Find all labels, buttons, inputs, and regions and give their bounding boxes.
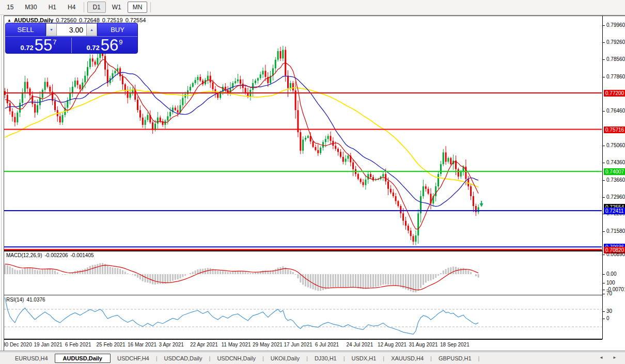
panel-separator[interactable]	[4, 295, 602, 295]
chart-tab-USDCNH,Daily[interactable]: USDCNH,Daily	[210, 354, 262, 362]
chart-window-frame	[4, 15, 625, 351]
buy-price-digits: 56	[101, 38, 118, 53]
moving-averages-layer	[5, 59, 479, 229]
date-label: 29 May 2021	[253, 342, 283, 347]
date-axis[interactable]: 30 Dec 202019 Jan 20216 Feb 202125 Feb 2…	[4, 340, 602, 351]
price-line-label[interactable]: 0.74007	[604, 168, 625, 175]
timeframe-button-H1[interactable]: H1	[43, 2, 61, 13]
macd-main-value: -0.002206	[44, 252, 68, 258]
macd-scale-label: 0.008904	[603, 251, 625, 258]
date-label: 11 May 2021	[222, 342, 251, 347]
price-tick: 0.77860	[603, 74, 625, 80]
macd-panel-layer	[5, 263, 479, 292]
toolbar-separator	[84, 2, 84, 12]
candles-layer	[4, 46, 479, 246]
date-label: 3 Apr 2021	[159, 342, 184, 347]
chart-tab-GBPUSD,H1[interactable]: GBPUSD,H1	[432, 354, 478, 362]
sell-button[interactable]: SELL	[6, 23, 45, 36]
rsi-scale-label: 70	[603, 291, 612, 297]
window-frame-line	[1, 15, 2, 351]
price-tick: 0.75060	[603, 143, 625, 149]
rsi-value: 41.0376	[26, 297, 45, 303]
window-bottom-border	[0, 351, 625, 351]
rsi-panel-layer	[4, 297, 602, 334]
sell-trade-arrow-icon	[480, 203, 483, 207]
ma-7	[5, 59, 479, 229]
tab-separator: |	[478, 355, 480, 361]
sell-price-pip: 7	[53, 38, 56, 46]
tab-scroll-arrows[interactable]: ◄ ►	[599, 355, 621, 360]
toolbar-separator	[150, 2, 151, 12]
macd-signal-line	[5, 264, 479, 290]
volume-control: ▼ 3.00 ▲	[45, 23, 98, 36]
timeframe-button-W1[interactable]: W1	[107, 2, 127, 13]
buy-button[interactable]: BUY	[98, 23, 137, 36]
date-label: 17 Jun 2021	[284, 342, 312, 347]
date-label: 19 Jan 2021	[34, 342, 62, 347]
timeframe-button-M30[interactable]: M30	[20, 2, 42, 13]
trade-arrow-stem	[481, 201, 482, 203]
date-label: 22 Apr 2021	[190, 342, 218, 347]
date-label: 30 Dec 2020	[4, 342, 32, 347]
sell-price-display[interactable]: 0.72557	[6, 37, 71, 54]
date-label: 16 Mar 2021	[128, 342, 157, 347]
rsi-scale-label: 30	[603, 308, 612, 314]
price-chart-canvas[interactable]	[0, 0, 625, 364]
date-label: 25 Feb 2021	[97, 342, 126, 347]
macd-name: MACD(12,26,9)	[6, 252, 42, 258]
rsi-name: RSI(14)	[6, 297, 24, 303]
volume-increase-button[interactable]: ▲	[86, 23, 97, 36]
date-label: 12 Aug 2021	[378, 342, 407, 347]
date-label: 6 Feb 2021	[65, 342, 91, 347]
price-tick: 0.74360	[603, 160, 625, 166]
buy-price-prefix: 0.72	[86, 44, 99, 52]
sell-price-prefix: 0.72	[20, 44, 33, 52]
date-label: 6 Jul 2021	[315, 342, 339, 347]
price-scale[interactable]: 0.799600.792600.785600.778600.764600.750…	[602, 15, 625, 339]
collapse-panel-icon[interactable]: ▲	[7, 18, 11, 23]
price-line-label[interactable]: 0.72411	[604, 208, 625, 214]
panel-separator[interactable]	[4, 250, 602, 251]
price-tick: 0.79260	[603, 39, 625, 45]
price-tick: 0.73660	[603, 177, 625, 183]
chart-tab-bar: EURUSD,H4AUDUSD,DailyUSDCHF,H4|USDCAD,Da…	[0, 352, 625, 364]
horizontal-lines-layer	[4, 93, 602, 250]
chart-tab-USDCAD,Daily[interactable]: USDCAD,Daily	[158, 354, 209, 362]
chart-tab-XAUUSD,H4[interactable]: XAUUSD,H4	[384, 354, 430, 362]
ma-21	[5, 72, 479, 207]
chart-tab-USDX,H1[interactable]: USDX,H1	[345, 354, 383, 362]
rsi-scale-label: 0	[603, 315, 610, 322]
chart-tab-DJ30,H1[interactable]: DJ30,H1	[308, 354, 343, 362]
ma-55	[5, 88, 479, 187]
timeframe-button-D1[interactable]: D1	[87, 2, 105, 13]
chart-tab-USDCHF,H4[interactable]: USDCHF,H4	[111, 354, 156, 362]
price-tick: 0.76460	[603, 108, 625, 114]
one-click-trading-panel: SELL ▼ 3.00 ▲ BUY 0.72557 0.72569	[5, 23, 138, 54]
buy-price-pip: 9	[119, 38, 122, 46]
price-line-label[interactable]: 0.75716	[604, 126, 625, 133]
date-label: 31 Aug 2021	[409, 342, 438, 347]
sell-price-digits: 55	[35, 38, 52, 53]
rsi-indicator-label: RSI(14)41.0376	[6, 297, 48, 303]
chart-tab-AUDUSD,Daily[interactable]: AUDUSD,Daily	[55, 354, 111, 363]
macd-signal-value: -0.001405	[71, 252, 94, 258]
timeframe-button-H4[interactable]: H4	[62, 2, 81, 13]
date-label: 18 Sep 2021	[440, 342, 470, 347]
date-label: 24 Jul 2021	[347, 342, 373, 347]
macd-indicator-label: MACD(12,26,9)-0.002206-0.001405	[6, 252, 97, 258]
price-tick: 0.72960	[603, 194, 625, 200]
price-tick: 0.78560	[603, 56, 625, 62]
price-line-label[interactable]: 0.77200	[604, 90, 625, 97]
timeframe-toolbar: 15M30H1H4D1W1MN	[0, 0, 625, 15]
volume-input[interactable]: 3.00	[57, 23, 86, 36]
volume-decrease-button[interactable]: ▼	[46, 23, 57, 36]
rsi-scale-label: 100	[603, 280, 615, 286]
chart-tab-EURUSD,H4[interactable]: EURUSD,H4	[8, 354, 55, 362]
timeframe-button-MN[interactable]: MN	[128, 2, 148, 13]
price-tick: 0.71580	[603, 228, 625, 234]
macd-scale-label: 0.00	[603, 271, 616, 277]
chart-tab-UKOil,Daily[interactable]: UKOil,Daily	[264, 354, 306, 362]
timeframe-button-15[interactable]: 15	[2, 2, 19, 13]
rsi-line	[5, 297, 479, 334]
buy-price-display[interactable]: 0.72569	[72, 37, 137, 54]
